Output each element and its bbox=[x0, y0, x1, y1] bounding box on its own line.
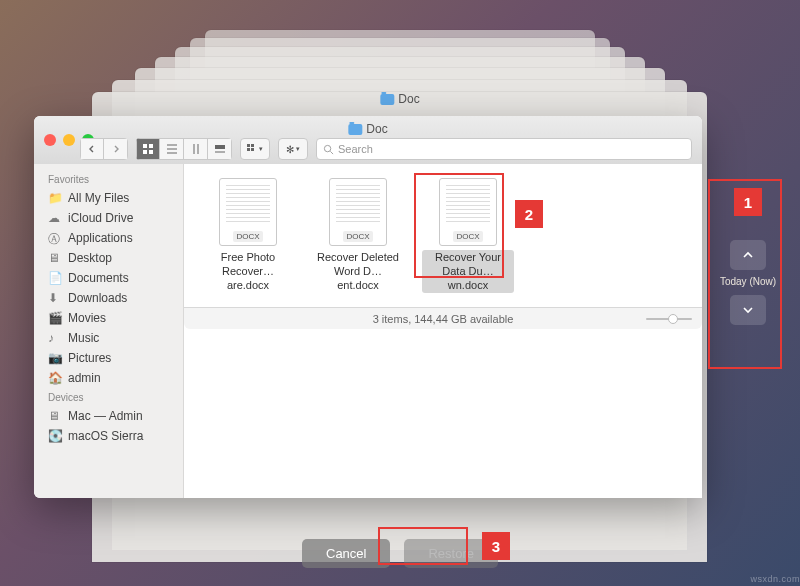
annotation-label-2: 2 bbox=[515, 200, 543, 228]
file-ext-badge: DOCX bbox=[343, 231, 372, 242]
file-item[interactable]: DOCX Recover Deleted Word D…ent.docx bbox=[312, 178, 404, 293]
sidebar-device-disk[interactable]: 💽macOS Sierra bbox=[34, 426, 183, 446]
sidebar-item-music[interactable]: ♪Music bbox=[34, 328, 183, 348]
sidebar-item-label: Downloads bbox=[68, 291, 127, 305]
gear-icon: ✻ bbox=[286, 144, 294, 155]
minimize-icon[interactable] bbox=[63, 134, 75, 146]
svg-rect-0 bbox=[143, 144, 147, 148]
file-thumbnail: DOCX bbox=[219, 178, 277, 246]
music-icon: ♪ bbox=[48, 331, 62, 345]
sidebar-item-label: Documents bbox=[68, 271, 129, 285]
annotation-box-2 bbox=[414, 173, 504, 278]
sidebar-item-label: Movies bbox=[68, 311, 106, 325]
disk-icon: 💽 bbox=[48, 429, 62, 443]
view-column-button[interactable] bbox=[184, 138, 208, 160]
sidebar-item-all-files[interactable]: 📁All My Files bbox=[34, 188, 183, 208]
sidebar-item-label: macOS Sierra bbox=[68, 429, 143, 443]
chevron-down-icon: ▾ bbox=[296, 145, 300, 153]
view-coverflow-button[interactable] bbox=[208, 138, 232, 160]
sidebar-item-label: admin bbox=[68, 371, 101, 385]
downloads-icon: ⬇︎ bbox=[48, 291, 62, 305]
file-name: Free Photo Recover…are.docx bbox=[202, 250, 294, 293]
search-placeholder: Search bbox=[338, 143, 373, 155]
sidebar-item-label: Desktop bbox=[68, 251, 112, 265]
sidebar-item-pictures[interactable]: 📷Pictures bbox=[34, 348, 183, 368]
finder-window: Doc ▾ ✻ ▾ bbox=[34, 116, 702, 498]
sidebar-item-label: Mac — Admin bbox=[68, 409, 143, 423]
annotation-box-3 bbox=[378, 527, 468, 565]
svg-rect-3 bbox=[149, 150, 153, 154]
titlebar: Doc ▾ ✻ ▾ bbox=[34, 116, 702, 164]
file-item[interactable]: DOCX Free Photo Recover…are.docx bbox=[202, 178, 294, 293]
sidebar: Favorites 📁All My Files ☁︎iCloud Drive Ⓐ… bbox=[34, 164, 184, 498]
sidebar-item-icloud[interactable]: ☁︎iCloud Drive bbox=[34, 208, 183, 228]
sidebar-item-movies[interactable]: 🎬Movies bbox=[34, 308, 183, 328]
file-name: Recover Deleted Word D…ent.docx bbox=[312, 250, 404, 293]
svg-rect-1 bbox=[149, 144, 153, 148]
svg-rect-2 bbox=[143, 150, 147, 154]
sidebar-item-documents[interactable]: 📄Documents bbox=[34, 268, 183, 288]
sidebar-item-admin[interactable]: 🏠admin bbox=[34, 368, 183, 388]
grid-dropdown-icon bbox=[247, 144, 257, 154]
home-icon: 🏠 bbox=[48, 371, 62, 385]
nav-back-button[interactable] bbox=[80, 138, 104, 160]
mac-icon: 🖥 bbox=[48, 409, 62, 423]
documents-icon: 📄 bbox=[48, 271, 62, 285]
view-list-button[interactable] bbox=[160, 138, 184, 160]
annotation-label-1: 1 bbox=[734, 188, 762, 216]
icon-size-slider[interactable] bbox=[646, 318, 692, 320]
folder-icon bbox=[348, 124, 362, 135]
action-menu-button[interactable]: ✻ ▾ bbox=[278, 138, 308, 160]
sidebar-item-label: iCloud Drive bbox=[68, 211, 133, 225]
folder-icon bbox=[380, 94, 394, 105]
sidebar-item-downloads[interactable]: ⬇︎Downloads bbox=[34, 288, 183, 308]
view-modes bbox=[136, 138, 232, 160]
view-icon-button[interactable] bbox=[136, 138, 160, 160]
desktop-icon: 🖥 bbox=[48, 251, 62, 265]
sidebar-favorites-header: Favorites bbox=[34, 170, 183, 188]
sidebar-item-label: Pictures bbox=[68, 351, 111, 365]
columns-icon bbox=[191, 144, 201, 154]
stack-window-title: Doc bbox=[380, 92, 419, 106]
sidebar-item-label: All My Files bbox=[68, 191, 129, 205]
icloud-icon: ☁︎ bbox=[48, 211, 62, 225]
grid-icon bbox=[143, 144, 153, 154]
status-text: 3 items, 144,44 GB available bbox=[373, 313, 514, 325]
status-bar: 3 items, 144,44 GB available bbox=[184, 307, 702, 329]
annotation-label-3: 3 bbox=[482, 532, 510, 560]
watermark: wsxdn.com bbox=[750, 574, 800, 584]
svg-rect-7 bbox=[247, 148, 250, 151]
title-text: Doc bbox=[366, 122, 387, 136]
svg-rect-4 bbox=[215, 145, 225, 149]
all-files-icon: 📁 bbox=[48, 191, 62, 205]
sidebar-devices-header: Devices bbox=[34, 388, 183, 406]
window-title: Doc bbox=[348, 122, 387, 136]
movies-icon: 🎬 bbox=[48, 311, 62, 325]
sidebar-device-mac[interactable]: 🖥Mac — Admin bbox=[34, 406, 183, 426]
coverflow-icon bbox=[215, 144, 225, 154]
sidebar-item-label: Applications bbox=[68, 231, 133, 245]
slider-knob[interactable] bbox=[668, 314, 678, 324]
svg-point-9 bbox=[324, 145, 330, 151]
sidebar-item-applications[interactable]: ⒶApplications bbox=[34, 228, 183, 248]
chevron-left-icon bbox=[88, 145, 96, 153]
stack-title-text: Doc bbox=[398, 92, 419, 106]
search-input[interactable]: Search bbox=[316, 138, 692, 160]
list-icon bbox=[167, 144, 177, 154]
chevron-down-icon: ▾ bbox=[259, 145, 263, 153]
svg-rect-6 bbox=[251, 144, 254, 147]
sidebar-item-desktop[interactable]: 🖥Desktop bbox=[34, 248, 183, 268]
close-icon[interactable] bbox=[44, 134, 56, 146]
search-icon bbox=[323, 144, 334, 155]
applications-icon: Ⓐ bbox=[48, 231, 62, 245]
svg-rect-8 bbox=[251, 148, 254, 151]
file-thumbnail: DOCX bbox=[329, 178, 387, 246]
svg-rect-5 bbox=[247, 144, 250, 147]
chevron-right-icon bbox=[112, 145, 120, 153]
pictures-icon: 📷 bbox=[48, 351, 62, 365]
nav-forward-button[interactable] bbox=[104, 138, 128, 160]
nav-buttons bbox=[80, 138, 128, 160]
file-ext-badge: DOCX bbox=[233, 231, 262, 242]
arrange-menu-button[interactable]: ▾ bbox=[240, 138, 270, 160]
sidebar-item-label: Music bbox=[68, 331, 99, 345]
